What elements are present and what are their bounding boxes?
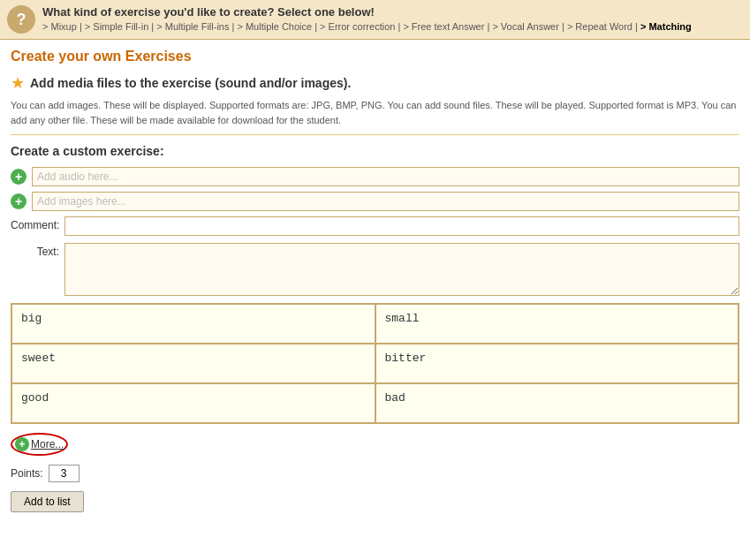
pair-left-1[interactable]: sweet [11,344,375,383]
pair-right-1[interactable]: bitter [375,344,739,383]
main-content: Create your own Exercises ★ Add media fi… [0,40,750,521]
points-row: Points: [11,465,739,482]
nav-repeat-word[interactable]: > Repeat Word [567,21,633,32]
star-icon: ★ [11,73,25,93]
nav-multiple-fillins[interactable]: > Multiple Fill-ins [156,21,229,32]
image-input[interactable] [32,192,739,211]
media-section-desc: You can add images. These will be displa… [11,98,739,135]
nav-error-correction[interactable]: > Error correction [320,21,395,32]
image-row: + [11,192,739,211]
main-question: What kind of exercise you'd like to crea… [42,5,743,19]
header-bar: ? What kind of exercise you'd like to cr… [0,0,750,40]
nav-simple-fillin[interactable]: > Simple Fill-in [85,21,148,32]
audio-input[interactable] [32,167,739,186]
pair-right-2[interactable]: bad [375,383,739,423]
pair-left-2[interactable]: good [11,383,375,423]
pair-right-0[interactable]: small [375,304,739,344]
header-text: What kind of exercise you'd like to crea… [42,5,743,32]
text-textarea[interactable] [64,243,739,296]
comment-input[interactable] [64,216,739,236]
custom-exercise-title: Create a custom exercise: [11,144,739,158]
nav-matching[interactable]: > Matching [640,21,692,32]
pairs-grid: big small sweet bitter good bad [11,303,739,424]
text-row: Text: [11,243,739,296]
pair-left-0[interactable]: big [11,304,375,344]
add-to-list-button[interactable]: Add to list [11,491,84,512]
more-plus-icon: + [15,437,29,451]
more-circle[interactable]: + More... [11,433,68,456]
more-area: + More... [11,433,739,456]
nav-free-text[interactable]: > Free text Answer [403,21,484,32]
points-label: Points: [11,467,43,480]
nav-links: > Mixup | > Simple Fill-in | > Multiple … [42,21,743,32]
audio-row: + [11,167,739,186]
comment-label: Comment: [11,216,59,231]
more-button[interactable]: More... [31,438,64,450]
text-label: Text: [11,243,59,258]
points-input[interactable] [49,465,80,482]
add-audio-button[interactable]: + [11,169,27,185]
page-title: Create your own Exercises [11,49,739,64]
comment-row: Comment: [11,216,739,236]
media-section-header: ★ Add media files to the exercise (sound… [11,73,739,93]
nav-multiple-choice[interactable]: > Multiple Choice [237,21,312,32]
nav-vocal-answer[interactable]: > Vocal Answer [492,21,559,32]
question-icon: ? [7,5,35,34]
add-image-button[interactable]: + [11,193,27,209]
nav-mixup[interactable]: > Mixup [42,21,77,32]
media-section-title: Add media files to the exercise (sound a… [30,76,351,90]
